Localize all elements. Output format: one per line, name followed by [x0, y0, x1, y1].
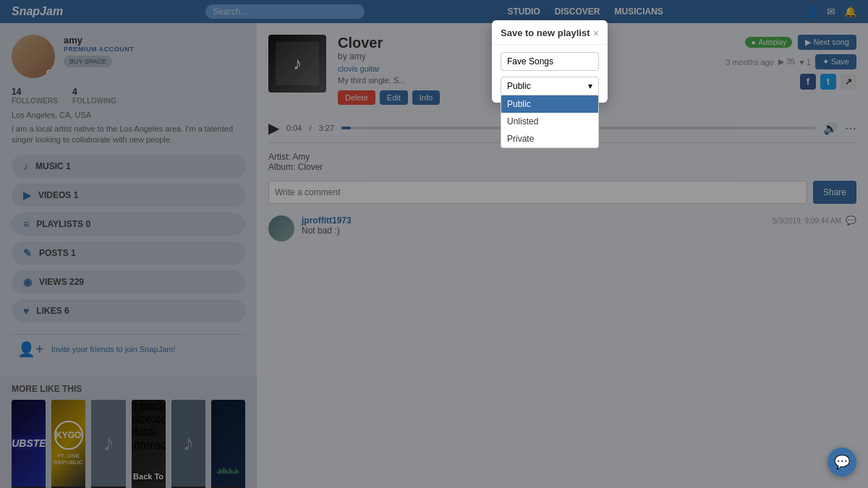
- chat-icon: 💬: [834, 454, 850, 470]
- playlist-name-input[interactable]: [501, 52, 599, 71]
- dropdown-item-public[interactable]: Public: [501, 95, 598, 113]
- visibility-dropdown: Public Unlisted Private: [501, 95, 599, 148]
- modal-close-button[interactable]: ×: [593, 28, 599, 38]
- modal-title: Save to new playlist: [501, 27, 590, 38]
- chevron-down-icon: ▾: [588, 81, 592, 91]
- modal-body: Public ▾ Public Unlisted Private: [492, 45, 608, 103]
- select-value: Public: [507, 81, 531, 91]
- modal-overlay: Save to new playlist × Public ▾ Public U…: [0, 0, 868, 488]
- dropdown-item-unlisted[interactable]: Unlisted: [501, 113, 598, 130]
- modal-header: Save to new playlist ×: [492, 20, 608, 45]
- visibility-select-wrapper: Public ▾ Public Unlisted Private: [501, 77, 599, 95]
- chat-bubble-button[interactable]: 💬: [827, 448, 856, 476]
- dropdown-item-private[interactable]: Private: [501, 130, 598, 147]
- save-playlist-modal: Save to new playlist × Public ▾ Public U…: [492, 20, 608, 103]
- visibility-select[interactable]: Public ▾: [501, 77, 599, 95]
